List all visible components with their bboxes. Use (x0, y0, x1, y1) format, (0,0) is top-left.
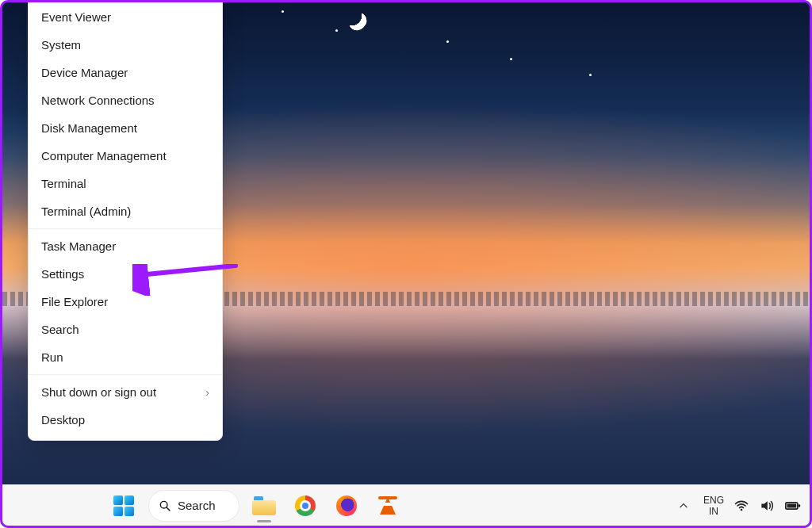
menu-item-label: System (41, 38, 81, 52)
menu-item-label: Settings (41, 267, 84, 281)
menu-item-disk-management[interactable]: Disk Management (29, 114, 222, 142)
svg-rect-5 (787, 503, 797, 507)
taskbar-app-vlc[interactable] (371, 489, 404, 522)
menu-item-terminal[interactable]: Terminal (29, 170, 222, 197)
taskbar-app-firefox[interactable] (330, 489, 363, 522)
search-icon (159, 499, 171, 512)
vlc-icon (380, 497, 396, 515)
taskbar-left: Search (107, 489, 404, 522)
chrome-icon (295, 495, 316, 516)
menu-item-label: Network Connections (41, 94, 155, 107)
menu-item-label: Task Manager (41, 239, 116, 253)
svg-line-2 (167, 507, 170, 511)
system-tray: ENG IN (673, 485, 800, 526)
start-button[interactable] (107, 489, 140, 522)
lang-primary: ENG (703, 495, 724, 506)
firefox-icon (336, 495, 357, 516)
taskbar-app-file-explorer[interactable] (247, 489, 281, 522)
tray-volume[interactable] (759, 498, 775, 514)
tray-battery[interactable] (784, 498, 800, 514)
file-explorer-icon (252, 496, 276, 515)
star-icon (282, 10, 284, 13)
active-app-indicator (257, 520, 271, 522)
menu-item-network-connections[interactable]: Network Connections (29, 86, 222, 114)
menu-item-run[interactable]: Run (29, 343, 222, 371)
moon-icon (343, 7, 367, 31)
menu-item-device-manager[interactable]: Device Manager (29, 59, 222, 86)
menu-item-label: Computer Management (41, 149, 167, 163)
menu-item-settings[interactable]: Settings (29, 260, 222, 288)
menu-item-label: Run (41, 350, 63, 364)
menu-separator (29, 374, 222, 375)
menu-item-computer-management[interactable]: Computer Management (29, 142, 222, 170)
menu-item-label: Disk Management (41, 121, 137, 135)
language-indicator[interactable]: ENG IN (703, 495, 724, 517)
taskbar-search[interactable]: Search (148, 490, 239, 522)
taskbar-app-chrome[interactable] (289, 489, 322, 522)
menu-separator (29, 228, 222, 229)
star-icon (510, 58, 512, 60)
screenshot-frame: Event Viewer System Device Manager Netwo… (0, 0, 812, 528)
menu-item-label: Terminal (41, 177, 86, 190)
chevron-up-icon (678, 500, 689, 511)
tray-overflow-button[interactable] (673, 495, 694, 516)
svg-rect-6 (799, 504, 801, 507)
menu-item-task-manager[interactable]: Task Manager (29, 232, 222, 260)
menu-item-file-explorer[interactable]: File Explorer (29, 288, 222, 316)
menu-item-label: Terminal (Admin) (41, 205, 131, 218)
wifi-icon (733, 498, 749, 514)
winx-context-menu: Event Viewer System Device Manager Netwo… (28, 1, 223, 441)
menu-item-event-viewer[interactable]: Event Viewer (29, 3, 222, 31)
menu-item-system[interactable]: System (29, 31, 222, 59)
taskbar: Search ENG IN (2, 484, 810, 526)
menu-item-terminal-admin[interactable]: Terminal (Admin) (29, 197, 222, 225)
menu-item-desktop[interactable]: Desktop (29, 406, 222, 434)
search-label: Search (178, 499, 216, 512)
star-icon (335, 29, 338, 32)
menu-item-label: Device Manager (41, 66, 128, 79)
star-icon (446, 40, 449, 43)
svg-point-3 (741, 508, 743, 511)
battery-icon (784, 498, 802, 514)
windows-logo-icon (113, 495, 134, 516)
lang-secondary: IN (703, 506, 724, 517)
star-icon (589, 74, 592, 76)
tray-wifi[interactable] (733, 498, 749, 514)
menu-item-label: File Explorer (41, 295, 108, 308)
menu-item-label: Desktop (41, 413, 85, 427)
volume-icon (759, 498, 775, 514)
menu-item-shutdown-signout[interactable]: Shut down or sign out › (29, 378, 222, 406)
menu-item-search[interactable]: Search (29, 316, 222, 343)
menu-item-label: Shut down or sign out (41, 385, 156, 399)
menu-item-label: Event Viewer (41, 10, 111, 24)
chevron-right-icon: › (205, 386, 209, 399)
menu-item-label: Search (41, 323, 79, 336)
